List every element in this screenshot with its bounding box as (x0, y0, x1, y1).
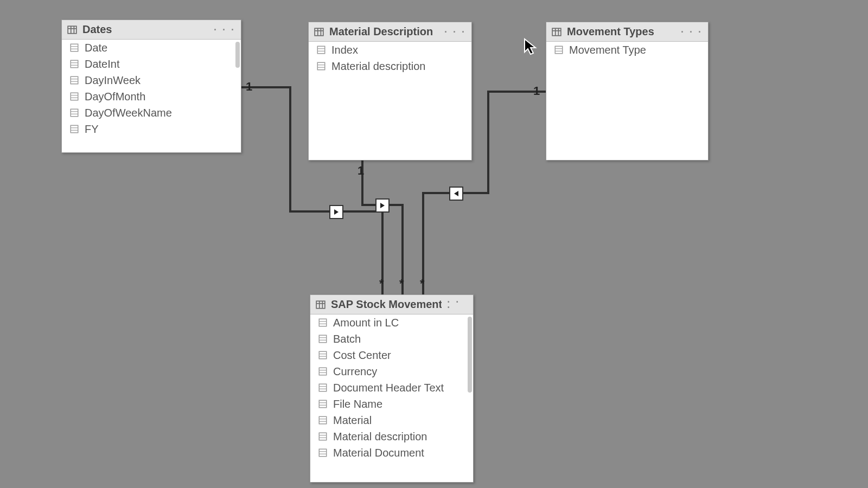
svg-rect-19 (71, 109, 78, 117)
table-menu-ellipsis-icon[interactable]: · · · (214, 27, 235, 33)
field-list[interactable]: Movement Type (546, 42, 708, 160)
svg-rect-10 (71, 60, 78, 68)
field-row[interactable]: Movement Type (546, 42, 708, 58)
table-card-material-description[interactable]: Material Description · · · Index Materia… (308, 22, 472, 160)
svg-marker-2 (454, 191, 458, 196)
field-row[interactable]: Material description (310, 428, 473, 445)
field-list[interactable]: Date DateInt DayInWeek DayOfMonth DayOfW… (62, 40, 241, 152)
field-label: Movement Type (569, 44, 646, 56)
table-header[interactable]: Dates · · · (62, 20, 241, 40)
column-icon (318, 399, 328, 409)
field-row[interactable]: File Name (310, 396, 473, 412)
field-label: Amount in LC (333, 317, 399, 329)
column-icon (69, 75, 79, 85)
svg-rect-13 (71, 76, 78, 84)
field-label: DayOfMonth (85, 91, 145, 103)
column-icon (318, 415, 328, 425)
field-label: Cost Center (333, 349, 391, 362)
table-icon (552, 27, 561, 37)
filter-direction-arrow-right-icon (375, 198, 390, 213)
cardinality-many: * (399, 277, 404, 291)
scrollbar-thumb[interactable] (235, 42, 240, 68)
field-label: Material description (331, 60, 425, 73)
field-row[interactable]: DayOfMonth (62, 88, 241, 105)
field-row[interactable]: Cost Center (310, 347, 473, 363)
field-list[interactable]: Index Material description (309, 42, 471, 160)
field-label: Material Document (333, 447, 424, 459)
field-row[interactable]: DateInt (62, 56, 241, 72)
field-label: Date (85, 42, 107, 54)
field-label: Batch (333, 333, 361, 345)
cardinality-one: 1 (246, 80, 252, 94)
field-label: Material (333, 414, 372, 427)
field-label: Document Header Text (333, 382, 444, 394)
svg-rect-32 (317, 62, 325, 70)
column-icon (316, 45, 326, 55)
field-label: Index (331, 44, 358, 56)
table-title: Dates (82, 23, 208, 36)
table-title: Material Description (329, 25, 439, 38)
column-icon (554, 45, 564, 55)
svg-rect-7 (71, 44, 78, 52)
table-card-dates[interactable]: Dates · · · Date DateInt DayInWeek DayOf… (61, 20, 241, 153)
field-row[interactable]: Index (309, 42, 471, 58)
svg-marker-1 (380, 203, 385, 208)
field-row[interactable]: Amount in LC (310, 314, 473, 331)
field-row[interactable]: Document Header Text (310, 380, 473, 396)
svg-rect-46 (319, 319, 327, 326)
table-icon (316, 300, 326, 310)
filter-direction-arrow-right-icon (329, 205, 343, 219)
column-icon (69, 59, 79, 69)
svg-rect-16 (71, 93, 78, 100)
scrollbar-thumb[interactable] (468, 317, 472, 393)
svg-rect-29 (317, 46, 325, 54)
table-menu-ellipsis-icon[interactable]: · · · (447, 299, 468, 310)
table-menu-ellipsis-icon[interactable]: · · · (681, 29, 703, 35)
cardinality-one: 1 (358, 164, 364, 178)
svg-marker-0 (334, 209, 339, 215)
svg-rect-55 (319, 368, 327, 375)
column-icon (318, 383, 328, 393)
table-header[interactable]: SAP Stock Movements · · · (310, 295, 473, 314)
table-icon (67, 25, 77, 35)
svg-rect-25 (315, 28, 323, 36)
svg-rect-64 (319, 416, 327, 424)
table-icon (314, 27, 324, 37)
column-icon (318, 318, 328, 328)
svg-rect-70 (319, 449, 327, 457)
column-icon (318, 432, 328, 441)
field-label: DayInWeek (85, 74, 141, 87)
svg-rect-61 (319, 400, 327, 408)
field-row[interactable]: DayOfWeekName (62, 105, 241, 121)
field-list[interactable]: Amount in LC Batch Cost Center Currency … (310, 314, 473, 482)
field-row[interactable]: Material Document (310, 445, 473, 461)
field-label: DateInt (85, 58, 119, 70)
field-row[interactable]: Material (310, 412, 473, 428)
model-canvas[interactable]: 1 1 1 * * * Dates · · · Date DateInt Day… (0, 0, 868, 488)
field-row[interactable]: FY (62, 121, 241, 137)
table-card-sap-stock-movements[interactable]: SAP Stock Movements · · · Amount in LC B… (310, 294, 474, 483)
table-card-movement-types[interactable]: Movement Types · · · Movement Type (546, 22, 709, 160)
svg-rect-58 (319, 384, 327, 391)
svg-rect-42 (316, 301, 325, 309)
column-icon (318, 448, 328, 458)
column-icon (69, 124, 79, 134)
svg-rect-39 (555, 46, 563, 54)
field-row[interactable]: DayInWeek (62, 72, 241, 88)
svg-marker-73 (525, 39, 535, 54)
field-label: FY (85, 123, 99, 136)
column-icon (69, 92, 79, 101)
field-label: File Name (333, 398, 382, 410)
field-label: DayOfWeekName (85, 107, 172, 119)
field-row[interactable]: Batch (310, 331, 473, 347)
column-icon (316, 61, 326, 71)
table-header[interactable]: Movement Types · · · (546, 22, 708, 42)
table-menu-ellipsis-icon[interactable]: · · · (444, 29, 466, 35)
field-row[interactable]: Material description (309, 58, 471, 74)
field-row[interactable]: Date (62, 40, 241, 56)
column-icon (69, 108, 79, 118)
cardinality-many: * (379, 277, 384, 291)
field-row[interactable]: Currency (310, 363, 473, 380)
table-header[interactable]: Material Description · · · (309, 22, 471, 42)
field-label: Currency (333, 365, 377, 378)
